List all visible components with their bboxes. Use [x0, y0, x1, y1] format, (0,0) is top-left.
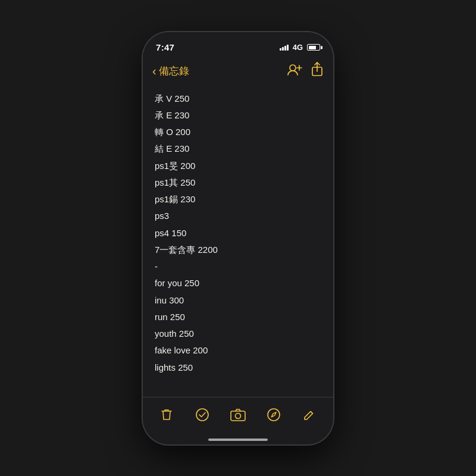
list-item: 轉 O 200	[155, 124, 321, 140]
status-bar: 7:47 4G	[143, 32, 333, 58]
check-circle-button[interactable]	[189, 402, 215, 428]
list-item: fake love 200	[155, 342, 321, 359]
list-item: youth 250	[155, 325, 321, 342]
list-item: 承 V 250	[155, 90, 321, 107]
svg-point-0	[290, 65, 296, 71]
list-item: 承 E 230	[155, 107, 321, 124]
note-lines: 承 V 250承 E 230轉 O 200結 E 230ps1旻 200ps1其…	[155, 90, 321, 376]
list-item: for you 250	[155, 275, 321, 292]
list-item: ps3	[155, 208, 321, 224]
svg-point-4	[196, 409, 208, 421]
svg-point-7	[268, 409, 280, 421]
network-label: 4G	[293, 43, 303, 52]
battery-icon	[307, 44, 320, 51]
svg-rect-5	[231, 411, 245, 421]
add-contact-icon[interactable]	[287, 63, 302, 80]
list-item: inu 300	[155, 292, 321, 309]
camera-button[interactable]	[225, 402, 251, 428]
status-icons: 4G	[280, 43, 320, 52]
nav-bar: ‹ 備忘錄	[143, 58, 333, 86]
delete-button[interactable]	[154, 402, 180, 428]
back-button[interactable]: ‹ 備忘錄	[152, 64, 189, 78]
list-item: 結 E 230	[155, 140, 321, 157]
back-chevron-icon: ‹	[152, 64, 156, 78]
nav-right-actions	[287, 62, 324, 81]
edit-button[interactable]	[296, 402, 322, 428]
list-item: ps1錫 230	[155, 191, 321, 208]
list-item: -	[155, 258, 321, 275]
compass-button[interactable]	[261, 402, 287, 428]
status-time: 7:47	[156, 42, 174, 52]
list-item: ps1旻 200	[155, 158, 321, 174]
home-indicator	[208, 439, 268, 441]
back-label: 備忘錄	[159, 64, 189, 78]
phone-frame: 7:47 4G ‹ 備忘錄	[143, 32, 333, 444]
share-icon[interactable]	[311, 62, 324, 81]
signal-icon	[280, 45, 289, 51]
list-item: ps1其 250	[155, 174, 321, 191]
svg-point-6	[236, 414, 241, 419]
note-content: 承 V 250承 E 230轉 O 200結 E 230ps1旻 200ps1其…	[143, 86, 333, 406]
list-item: run 250	[155, 309, 321, 325]
list-item: 7一套含專 2200	[155, 242, 321, 258]
list-item: ps4 150	[155, 225, 321, 242]
list-item: lights 250	[155, 359, 321, 376]
toolbar	[143, 397, 333, 444]
